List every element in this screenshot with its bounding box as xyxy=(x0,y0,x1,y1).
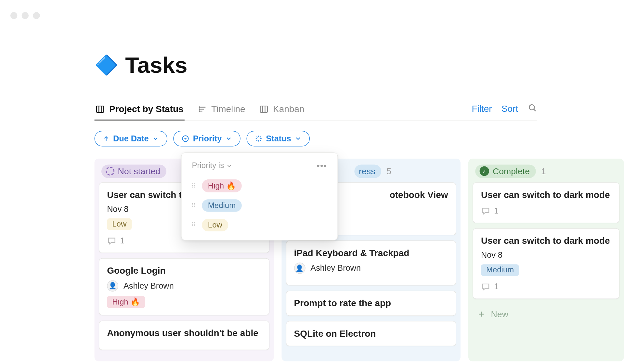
tag-label: Medium xyxy=(202,199,242,212)
svg-line-23 xyxy=(260,136,261,137)
timeline-icon xyxy=(197,104,207,114)
chip-priority[interactable]: Priority xyxy=(174,131,240,146)
filter-chips: Due Date Priority Status Priority is xyxy=(95,131,624,146)
arrow-up-icon xyxy=(103,135,110,142)
page-title: Tasks xyxy=(125,52,187,78)
chip-label: Status xyxy=(266,134,291,143)
board-icon xyxy=(259,104,268,114)
drag-handle-icon[interactable]: ⠿ xyxy=(191,182,196,189)
target-icon xyxy=(182,135,189,142)
svg-point-12 xyxy=(529,105,534,110)
svg-point-8 xyxy=(199,111,200,111)
board: Not started User can switch t Nov 8 Low … xyxy=(95,158,624,361)
chip-label: Due Date xyxy=(113,134,149,143)
status-notstarted-icon xyxy=(106,167,114,176)
chip-status[interactable]: Status xyxy=(246,131,310,146)
tab-timeline[interactable]: Timeline xyxy=(197,102,246,121)
column-label: Complete xyxy=(493,166,530,176)
tab-label: Project by Status xyxy=(109,104,184,114)
card[interactable]: Google Login 👤 Ashley Brown High 🔥 xyxy=(99,258,269,315)
column-count: 5 xyxy=(386,166,391,176)
chevron-down-icon[interactable] xyxy=(226,163,232,169)
column-count: 1 xyxy=(541,166,546,176)
more-icon[interactable]: ••• xyxy=(317,161,327,171)
svg-point-7 xyxy=(199,109,200,110)
card[interactable]: Anonymous user shouldn't be able xyxy=(99,320,269,350)
page-header: 🔷 Tasks xyxy=(95,52,624,78)
tag-label: High 🔥 xyxy=(202,179,242,192)
assignee: 👤 Ashley Brown xyxy=(107,280,261,292)
drag-handle-icon[interactable]: ⠿ xyxy=(191,221,196,228)
view-bar: Project by Status Timeline Kanban Filter… xyxy=(95,102,537,120)
filter-button[interactable]: Filter xyxy=(472,104,492,114)
card[interactable]: iPad Keyboard & Trackpad 👤 Ashley Brown xyxy=(286,240,456,285)
column-status-pill[interactable]: ress xyxy=(355,164,381,178)
card-title: SQLite on Electron xyxy=(294,328,448,339)
status-icon xyxy=(255,135,263,142)
svg-point-6 xyxy=(199,107,200,108)
svg-line-21 xyxy=(260,139,261,140)
comment-icon xyxy=(481,206,490,215)
page-icon: 🔷 xyxy=(95,56,118,75)
tag-label: Low xyxy=(202,218,228,231)
card-comments[interactable]: 1 xyxy=(481,282,611,291)
tab-label: Kanban xyxy=(273,104,305,114)
card[interactable]: User can switch to dark mode 1 xyxy=(473,182,620,223)
search-icon[interactable] xyxy=(528,103,537,115)
tab-label: Timeline xyxy=(211,104,245,114)
svg-line-22 xyxy=(256,139,257,140)
tab-kanban[interactable]: Kanban xyxy=(258,102,306,121)
chip-due-date[interactable]: Due Date xyxy=(95,131,167,146)
priority-option-medium[interactable]: ⠿ Medium xyxy=(186,196,333,215)
chip-label: Priority xyxy=(193,134,222,143)
comment-icon xyxy=(107,236,116,245)
priority-tag: Medium xyxy=(481,264,519,276)
card[interactable]: User can switch to dark mode Nov 8 Mediu… xyxy=(473,228,620,299)
chevron-down-icon xyxy=(294,135,301,142)
priority-tag: Low xyxy=(107,218,132,230)
assignee: 👤 Ashley Brown xyxy=(294,262,448,274)
column-status-pill[interactable]: Not started xyxy=(101,164,166,178)
new-card-button[interactable]: New xyxy=(473,304,620,321)
tab-project-by-status[interactable]: Project by Status xyxy=(95,102,185,121)
column-label: Not started xyxy=(118,166,160,176)
column-status-pill[interactable]: ✓ Complete xyxy=(475,164,536,178)
column-label: ress xyxy=(359,166,375,176)
window-controls xyxy=(10,12,40,19)
svg-rect-9 xyxy=(260,106,267,112)
chevron-down-icon xyxy=(225,135,232,142)
comment-icon xyxy=(481,282,490,291)
card-title: Google Login xyxy=(107,265,261,276)
card[interactable]: Prompt to rate the app xyxy=(286,291,456,316)
sort-button[interactable]: Sort xyxy=(501,104,518,114)
card[interactable]: SQLite on Electron xyxy=(286,321,456,346)
card-title: User can switch to dark mode xyxy=(481,235,611,246)
drag-handle-icon[interactable]: ⠿ xyxy=(191,202,196,209)
priority-option-low[interactable]: ⠿ Low xyxy=(186,215,333,235)
card-date: Nov 8 xyxy=(481,250,611,260)
card-title: Anonymous user shouldn't be able xyxy=(107,328,261,338)
avatar: 👤 xyxy=(294,262,306,274)
avatar: 👤 xyxy=(107,280,118,292)
popover-title: Priority is xyxy=(192,161,232,170)
chevron-down-icon xyxy=(152,135,159,142)
card-title: iPad Keyboard & Trackpad xyxy=(294,248,448,258)
card-title: Prompt to rate the app xyxy=(294,298,448,308)
card-title: User can switch to dark mode xyxy=(481,189,611,200)
plus-icon xyxy=(477,310,486,318)
column-complete: ✓ Complete 1 User can switch to dark mod… xyxy=(468,158,624,361)
priority-tag: High 🔥 xyxy=(107,296,145,308)
priority-option-high[interactable]: ⠿ High 🔥 xyxy=(186,176,333,196)
svg-line-13 xyxy=(534,110,536,111)
svg-rect-0 xyxy=(97,106,104,112)
status-complete-icon: ✓ xyxy=(480,166,489,176)
card-comments[interactable]: 1 xyxy=(481,206,611,215)
priority-filter-popover: Priority is ••• ⠿ High 🔥 ⠿ Medium ⠿ Low xyxy=(181,152,338,240)
svg-line-20 xyxy=(256,136,257,137)
board-icon xyxy=(95,104,105,114)
